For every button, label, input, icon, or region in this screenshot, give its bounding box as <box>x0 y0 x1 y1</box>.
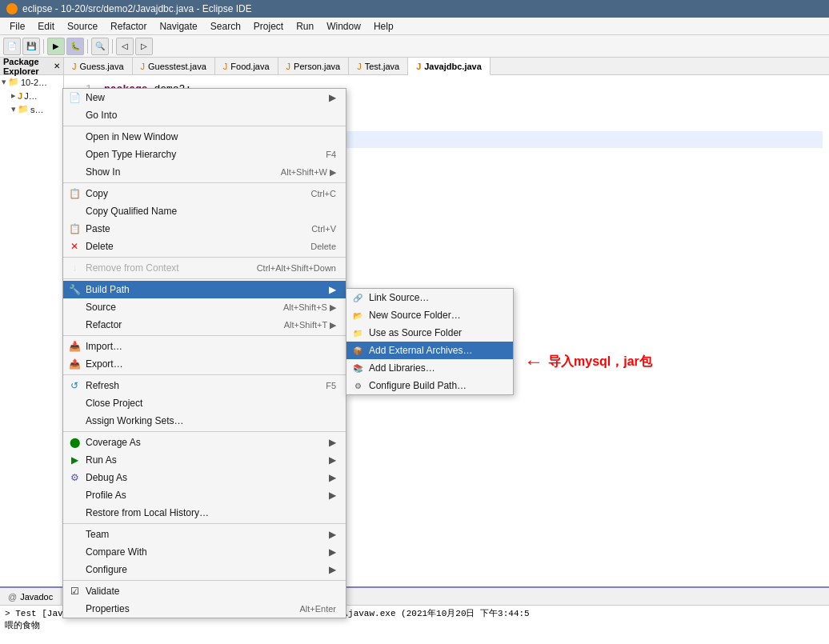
title-bar: eclipse - 10-20/src/demo2/Javajdbc.java … <box>0 0 829 18</box>
pkg-explorer-header: Package Explorer ✕ <box>0 58 63 75</box>
menu-item-source[interactable]: Source Alt+Shift+S ▶ <box>63 298 346 316</box>
pkg-item-s[interactable]: ▾ 📁 s… <box>0 102 63 116</box>
pkg-s-expand-icon: ▾ <box>11 104 16 114</box>
pkg-close-icon[interactable]: ✕ <box>54 62 60 70</box>
toolbar-new-btn[interactable]: 📄 <box>3 38 21 55</box>
submenu-add-libraries[interactable]: 📚 Add Libraries… <box>346 359 513 377</box>
submenu-configure-build-path[interactable]: ⚙ Configure Build Path… <box>346 377 513 394</box>
menu-item-new[interactable]: 📄 New ▶ <box>63 89 346 106</box>
menu-item-validate-label: Validate <box>86 586 119 597</box>
tab-javajdbc-java[interactable]: J Javajdbc.java <box>408 58 491 75</box>
menu-sep-3 <box>63 257 346 258</box>
menu-item-build-path[interactable]: 🔧 Build Path ▶ <box>63 281 346 298</box>
export-icon: 📤 <box>68 358 81 370</box>
menu-item-coverage-as[interactable]: ⬤ Coverage As ▶ <box>63 434 346 451</box>
menu-item-refactor[interactable]: Refactor Alt+Shift+T ▶ <box>63 316 346 334</box>
menu-item-paste[interactable]: 📋 Paste Ctrl+V <box>63 220 346 238</box>
delete-icon: ✕ <box>68 240 81 253</box>
submenu-new-source-folder[interactable]: 📂 New Source Folder… <box>346 306 513 324</box>
menu-item-configure[interactable]: Configure ▶ <box>63 561 346 578</box>
menu-item-open-new-window[interactable]: Open in New Window <box>63 128 346 146</box>
pkg-expand-icon: ▾ <box>2 77 6 87</box>
menu-item-import[interactable]: 📥 Import… <box>63 338 346 355</box>
menu-item-delete[interactable]: ✕ Delete Delete <box>63 238 346 255</box>
menu-item-restore-local-history[interactable]: Restore from Local History… <box>63 504 346 522</box>
menu-refactor[interactable]: Refactor <box>104 19 153 34</box>
pkg-j-label[interactable]: J… <box>24 91 38 101</box>
menu-item-run-as[interactable]: ▶ Run As ▶ <box>63 451 346 469</box>
toolbar-search-btn[interactable]: 🔍 <box>91 38 109 55</box>
menu-item-properties-label: Properties <box>86 603 130 614</box>
menu-source[interactable]: Source <box>61 19 104 34</box>
copy-icon: 📋 <box>68 187 81 200</box>
menu-item-copy[interactable]: 📋 Copy Ctrl+C <box>63 185 346 202</box>
menu-item-remove-from-context-shortcut: Ctrl+Alt+Shift+Down <box>257 263 336 273</box>
javadoc-tab-icon: @ <box>8 592 17 602</box>
menu-item-compare-with[interactable]: Compare With ▶ <box>63 543 346 561</box>
annotation-text: 导入mysql，jar包 <box>548 354 652 370</box>
menu-item-copy-label: Copy <box>86 188 108 199</box>
menu-search[interactable]: Search <box>204 19 247 34</box>
toolbar-save-btn[interactable]: 💾 <box>22 38 40 55</box>
menu-item-copy-qualified[interactable]: Copy Qualified Name <box>63 202 346 220</box>
menu-item-import-label: Import… <box>86 341 122 352</box>
menu-item-paste-label: Paste <box>86 223 110 234</box>
menu-item-profile-as[interactable]: Profile As ▶ <box>63 486 346 504</box>
menu-navigate[interactable]: Navigate <box>153 19 203 34</box>
pkg-j-expand-icon: ▸ <box>11 90 16 101</box>
menu-item-refresh[interactable]: ↺ Refresh F5 <box>63 377 346 394</box>
menu-window[interactable]: Window <box>320 19 367 34</box>
menu-item-close-project[interactable]: Close Project <box>63 394 346 412</box>
menu-sep-5 <box>63 335 346 336</box>
menu-help[interactable]: Help <box>367 19 400 34</box>
tab-test-java[interactable]: J Test.java <box>349 58 408 74</box>
menu-item-assign-working-sets[interactable]: Assign Working Sets… <box>63 412 346 430</box>
link-icon: 🔗 <box>351 291 364 304</box>
tab-food-java[interactable]: J Food.java <box>215 58 278 74</box>
menu-item-debug-as-label: Debug As <box>86 472 127 483</box>
remove-from-context-icon: ↓ <box>68 262 81 274</box>
pkg-s-label[interactable]: s… <box>30 105 44 114</box>
submenu-use-as-source[interactable]: 📁 Use as Source Folder <box>346 324 513 342</box>
new-icon: 📄 <box>68 91 81 104</box>
pkg-project-label[interactable]: 10-2… <box>21 78 47 87</box>
menu-item-team[interactable]: Team ▶ <box>63 526 346 543</box>
submenu-link-source[interactable]: 🔗 Link Source… <box>346 289 513 306</box>
toolbar-back-btn[interactable]: ◁ <box>116 38 134 55</box>
menu-run[interactable]: Run <box>290 19 320 34</box>
bottom-tab-javadoc[interactable]: @ Javadoc <box>0 588 62 605</box>
toolbar-forward-btn[interactable]: ▷ <box>135 38 153 55</box>
tab-person-java-icon: J <box>286 62 291 71</box>
menu-item-team-arrow: ▶ <box>329 529 336 540</box>
package-explorer: Package Explorer ✕ ▾ 📁 10-2… ▸ J J… ▾ 📁 … <box>0 58 64 586</box>
menu-project[interactable]: Project <box>247 19 290 34</box>
tab-person-java[interactable]: J Person.java <box>278 58 350 74</box>
menu-item-coverage-as-label: Coverage As <box>86 437 141 448</box>
menu-item-validate[interactable]: ☑ Validate <box>63 582 346 600</box>
menu-item-debug-as[interactable]: ⚙ Debug As ▶ <box>63 469 346 486</box>
eclipse-icon <box>6 3 18 14</box>
debug-icon: ⚙ <box>68 471 81 484</box>
menu-item-go-into[interactable]: Go Into <box>63 106 346 124</box>
pkg-item-j[interactable]: ▸ J J… <box>0 89 63 102</box>
menu-item-open-type-hierarchy-shortcut: F4 <box>326 150 336 159</box>
menu-item-copy-shortcut: Ctrl+C <box>311 189 336 198</box>
menu-item-configure-label: Configure <box>86 564 127 575</box>
menu-item-profile-as-label: Profile As <box>86 490 126 501</box>
menu-item-build-path-arrow: ▶ <box>329 284 336 295</box>
tab-guess-java[interactable]: J Guess.java <box>64 58 133 74</box>
menu-item-show-in[interactable]: Show In Alt+Shift+W ▶ <box>63 163 346 181</box>
toolbar-run-btn[interactable]: ▶ <box>47 38 65 55</box>
submenu-use-as-source-label: Use as Source Folder <box>369 327 462 338</box>
tab-javajdbc-java-icon: J <box>416 62 421 71</box>
pkg-item-project[interactable]: ▾ 📁 10-2… <box>0 75 63 89</box>
menu-item-properties[interactable]: Properties Alt+Enter <box>63 600 346 618</box>
menu-file[interactable]: File <box>3 19 31 34</box>
menu-edit[interactable]: Edit <box>31 19 61 34</box>
menu-item-open-type-hierarchy[interactable]: Open Type Hierarchy F4 <box>63 146 346 163</box>
toolbar-debug-btn[interactable]: 🐛 <box>66 38 84 55</box>
menu-item-export[interactable]: 📤 Export… <box>63 355 346 373</box>
tab-test-java-label: Test.java <box>365 62 399 71</box>
tab-guesstest-java[interactable]: J Guesstest.java <box>133 58 215 74</box>
submenu-add-external-archives[interactable]: 📦 Add External Archives… <box>346 342 513 359</box>
